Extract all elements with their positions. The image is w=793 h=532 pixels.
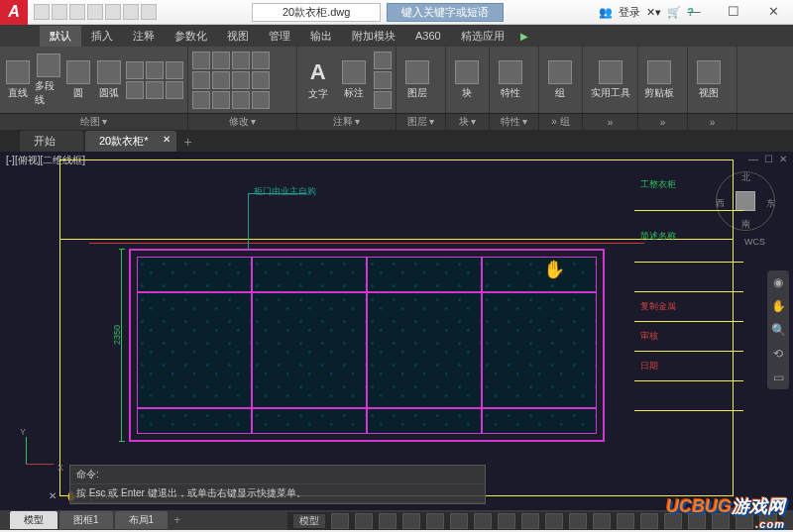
- tool-text[interactable]: A文字: [301, 59, 335, 101]
- vp-restore-icon[interactable]: ☐: [764, 154, 773, 164]
- small-tool[interactable]: [374, 91, 392, 109]
- nav-pan-icon[interactable]: ✋: [770, 298, 786, 314]
- tab-default[interactable]: 默认: [40, 26, 81, 47]
- signin-label[interactable]: 登录: [619, 5, 640, 20]
- status-transparency-icon[interactable]: [498, 513, 515, 529]
- tool-layers[interactable]: 图层: [400, 60, 434, 100]
- qat-plot-icon[interactable]: [105, 4, 121, 20]
- small-tool[interactable]: [192, 71, 210, 89]
- status-cycling-icon[interactable]: [521, 513, 539, 529]
- tool-group[interactable]: 组: [543, 60, 577, 100]
- tool-block[interactable]: 块: [450, 60, 484, 100]
- qat-open-icon[interactable]: [52, 4, 67, 20]
- group-label-layers[interactable]: 图层 ▾: [396, 114, 446, 130]
- vp-minimize-icon[interactable]: —: [748, 154, 758, 164]
- status-model[interactable]: 模型: [293, 514, 325, 528]
- tool-circle[interactable]: 圆: [65, 60, 93, 100]
- small-tool[interactable]: [252, 91, 270, 109]
- tool-clipboard[interactable]: 剪贴板: [642, 60, 676, 100]
- doc-tab-start[interactable]: 开始: [20, 131, 83, 152]
- tab-manage[interactable]: 管理: [259, 26, 300, 47]
- status-ortho-icon[interactable]: [379, 513, 396, 529]
- small-tool[interactable]: [374, 52, 392, 69]
- qat-undo-icon[interactable]: [123, 4, 139, 20]
- ucs-icon[interactable]: Y X: [20, 431, 59, 471]
- tool-properties[interactable]: 特性: [494, 60, 527, 100]
- nav-zoom-icon[interactable]: 🔍: [770, 322, 786, 338]
- small-tool[interactable]: [166, 81, 183, 99]
- layout-tab-2[interactable]: 布局1: [115, 511, 169, 529]
- infocenter-search[interactable]: 键入关键字或短语: [387, 3, 504, 22]
- group-label-draw[interactable]: 绘图 ▾: [0, 114, 188, 130]
- small-tool[interactable]: [212, 52, 230, 69]
- small-tool[interactable]: [192, 91, 210, 109]
- tab-play-icon[interactable]: ▶: [520, 31, 528, 42]
- tab-a360[interactable]: A360: [405, 27, 451, 45]
- status-otrack-icon[interactable]: [450, 513, 468, 529]
- tab-addins[interactable]: 附加模块: [342, 26, 405, 47]
- small-tool[interactable]: [146, 61, 164, 79]
- group-label-props[interactable]: 特性 ▾: [490, 114, 539, 130]
- doc-tab-current[interactable]: 20款衣柜*✕: [85, 131, 176, 152]
- signin-icon[interactable]: 👥: [599, 6, 613, 19]
- group-label-modify[interactable]: 修改 ▾: [188, 114, 297, 130]
- small-tool[interactable]: [126, 61, 144, 79]
- qat-save-icon[interactable]: [69, 4, 85, 20]
- status-units-icon[interactable]: [617, 513, 634, 529]
- viewcube-east[interactable]: 东: [766, 197, 775, 210]
- group-label-clip[interactable]: »: [638, 114, 688, 130]
- status-polar-icon[interactable]: [402, 513, 420, 529]
- qat-redo-icon[interactable]: [141, 4, 157, 20]
- maximize-button[interactable]: ☐: [714, 0, 753, 22]
- minimize-button[interactable]: —: [674, 0, 714, 22]
- small-tool[interactable]: [252, 52, 270, 69]
- wcs-label[interactable]: WCS: [744, 237, 765, 247]
- layout-tab-1[interactable]: 图框1: [59, 511, 113, 529]
- small-tool[interactable]: [192, 52, 210, 69]
- group-label-annotate[interactable]: 注释 ▾: [297, 114, 396, 130]
- status-annoscale-icon[interactable]: [545, 513, 563, 529]
- tab-view[interactable]: 视图: [217, 26, 259, 47]
- tool-arc[interactable]: 圆弧: [95, 60, 123, 100]
- tab-annotate[interactable]: 注释: [123, 26, 165, 47]
- command-line[interactable]: 命令: 按 Esc 或 Enter 键退出，或单击右键显示快捷菜单。: [69, 465, 486, 504]
- status-workspace-icon[interactable]: [569, 513, 587, 529]
- drawing-canvas[interactable]: [-][俯视][二维线框] — ☐ ✕ 北 南 东 西 WCS ◉ ✋ 🔍 ⟲ …: [0, 152, 793, 510]
- nav-showmotion-icon[interactable]: ▭: [770, 370, 786, 385]
- small-tool[interactable]: [252, 71, 270, 89]
- group-label-util[interactable]: »: [583, 114, 638, 130]
- small-tool[interactable]: [232, 91, 250, 109]
- status-quickprops-icon[interactable]: [640, 513, 658, 529]
- small-tool[interactable]: [232, 71, 250, 89]
- tool-view[interactable]: 视图: [692, 60, 726, 100]
- doc-tab-close-icon[interactable]: ✕: [163, 134, 170, 145]
- status-snap-icon[interactable]: [355, 513, 373, 529]
- tool-utilities[interactable]: 实用工具: [587, 60, 633, 100]
- small-tool[interactable]: [232, 52, 250, 69]
- tool-dimension[interactable]: 标注: [338, 60, 372, 100]
- small-tool[interactable]: [212, 71, 230, 89]
- close-button[interactable]: ✕: [753, 0, 793, 22]
- tab-output[interactable]: 输出: [300, 26, 342, 47]
- small-tool[interactable]: [212, 91, 230, 109]
- qat-saveas-icon[interactable]: [87, 4, 103, 20]
- tab-featured[interactable]: 精选应用: [451, 26, 514, 47]
- nav-wheel-icon[interactable]: ◉: [770, 274, 786, 290]
- small-tool[interactable]: [146, 81, 164, 99]
- small-tool[interactable]: [374, 71, 392, 89]
- small-tool[interactable]: [126, 81, 144, 99]
- tool-line[interactable]: 直线: [4, 60, 32, 100]
- small-tool[interactable]: [166, 61, 183, 79]
- tool-polyline[interactable]: 多段线: [35, 53, 62, 107]
- vp-close-icon[interactable]: ✕: [779, 154, 787, 164]
- status-annomonitor-icon[interactable]: [593, 513, 611, 529]
- qat-new-icon[interactable]: [34, 4, 50, 20]
- cmd-close-icon[interactable]: ✕: [44, 486, 61, 504]
- status-grid-icon[interactable]: [331, 513, 349, 529]
- group-label-group[interactable]: » 组: [539, 114, 583, 130]
- doc-tab-add-button[interactable]: +: [184, 134, 192, 152]
- tab-insert[interactable]: 插入: [81, 26, 123, 47]
- layout-tab-model[interactable]: 模型: [10, 511, 57, 529]
- nav-orbit-icon[interactable]: ⟲: [770, 346, 786, 362]
- exchange-icon[interactable]: ✕▾: [646, 6, 661, 19]
